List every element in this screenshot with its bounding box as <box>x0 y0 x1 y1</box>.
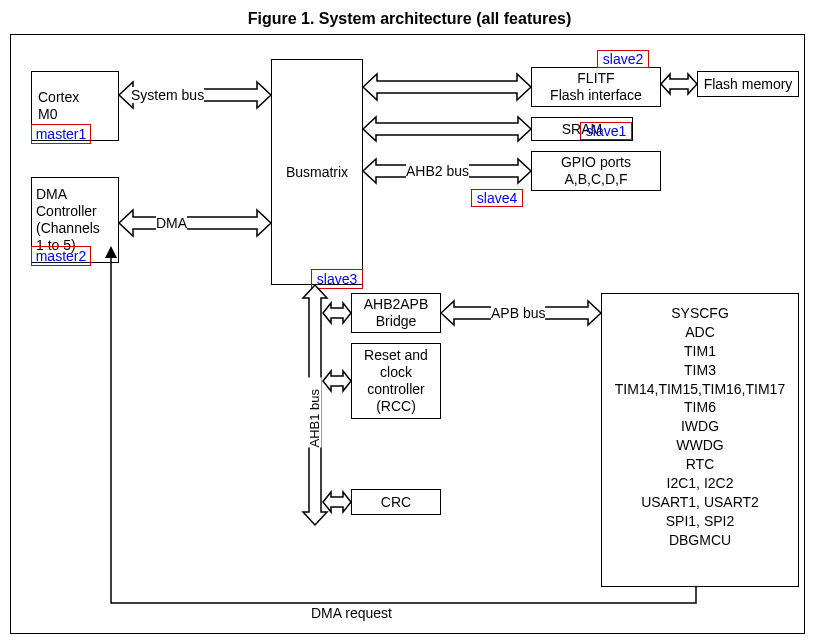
slave4-annotation: slave4 <box>471 189 523 207</box>
diagram-frame: Cortex M0 master1 DMA Controller (Channe… <box>10 34 805 634</box>
slave2-annotation: slave2 <box>597 50 649 68</box>
dma-request-label: DMA request <box>311 605 392 621</box>
svg-marker-1 <box>119 210 271 236</box>
svg-marker-3 <box>661 74 697 94</box>
dma-bus-arrow <box>119 208 271 238</box>
master2-annotation: master2 <box>31 246 91 266</box>
system-bus-label: System bus <box>131 87 204 103</box>
svg-marker-2 <box>363 74 531 100</box>
flash-memory-block: Flash memory <box>697 71 799 97</box>
figure-title: Figure 1. System architecture (all featu… <box>10 10 809 28</box>
ahb2-bus-label: AHB2 bus <box>406 163 469 179</box>
busmatrix-sram-arrow <box>363 115 531 143</box>
gpio-ports-block: GPIO ports A,B,C,D,F <box>531 151 661 191</box>
flitf-flash-arrow <box>661 72 697 96</box>
svg-marker-4 <box>363 117 531 141</box>
slave1-annotation: slave1 <box>580 122 632 140</box>
flitf-block: FLITF Flash interface <box>531 67 661 107</box>
dma-request-line <box>111 241 711 611</box>
master1-annotation: master1 <box>31 124 91 144</box>
dma-bus-label: DMA <box>156 215 187 231</box>
busmatrix-flitf-arrow <box>363 72 531 102</box>
